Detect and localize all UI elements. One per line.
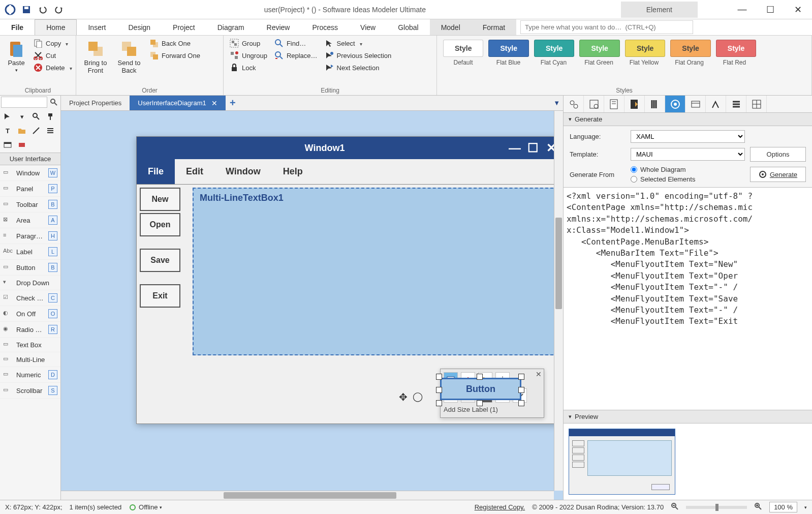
sel-handle[interactable] xyxy=(518,374,524,380)
toolbox-item-label[interactable]: AbcLabelL xyxy=(0,244,60,260)
rotate-handle-icon[interactable]: ◯ xyxy=(413,391,423,403)
menu-home[interactable]: Home xyxy=(35,19,77,35)
app-icon[interactable] xyxy=(3,3,17,17)
toolbox-item-numeric[interactable]: ▭NumericD xyxy=(0,367,60,383)
sel-handle[interactable] xyxy=(436,374,442,380)
toolbox-item-check-box[interactable]: ☑Check BoxC xyxy=(0,290,60,306)
sel-handle[interactable] xyxy=(436,387,442,393)
mock-menuitem-exit[interactable]: Exit xyxy=(140,284,180,308)
group-button[interactable]: Group xyxy=(228,38,269,49)
container-tool-icon[interactable] xyxy=(2,139,13,150)
mock-menu-help[interactable]: Help xyxy=(272,159,314,184)
contextual-tab-element[interactable]: Element xyxy=(621,2,698,18)
sel-handle[interactable] xyxy=(518,400,524,406)
rp-tab-9[interactable] xyxy=(726,96,746,112)
rp-tab-generate[interactable] xyxy=(665,96,685,112)
menu-diagram[interactable]: Diagram xyxy=(206,19,256,35)
style-swatch-flat-red[interactable]: Style xyxy=(716,40,756,57)
add-tab-button[interactable]: + xyxy=(226,96,240,110)
style-swatch-flat-cyan[interactable]: Style xyxy=(534,40,574,57)
sel-handle[interactable] xyxy=(477,400,483,406)
toolbox-item-drop-down[interactable]: ▾Drop Down xyxy=(0,276,60,290)
sel-handle[interactable] xyxy=(436,400,442,406)
options-button[interactable]: Options xyxy=(750,147,806,162)
toolbox-item-paragraph[interactable]: ≡ParagraphH xyxy=(0,228,60,244)
toolbox-item-area[interactable]: ⊠AreaA xyxy=(0,213,60,228)
rp-tab-5[interactable] xyxy=(645,96,665,112)
select-button[interactable]: Select xyxy=(323,38,394,49)
help-search-input[interactable] xyxy=(520,20,693,34)
mock-menu-file[interactable]: File xyxy=(137,159,175,184)
rp-tab-7[interactable] xyxy=(685,96,706,112)
rp-tab-1[interactable] xyxy=(564,96,584,112)
zoom-out-icon[interactable] xyxy=(671,502,679,512)
paste-button[interactable]: Paste ▾ xyxy=(4,38,28,75)
canvas[interactable]: Window1 — ☐ ✕ FileEditWindowHelp NewOpen… xyxy=(61,111,563,500)
toolbox-item-panel[interactable]: ▭PanelP xyxy=(0,181,60,197)
sel-handle[interactable] xyxy=(477,374,483,380)
save-icon[interactable] xyxy=(19,3,34,17)
style-swatch-flat-yellow[interactable]: Style xyxy=(625,40,665,57)
rp-tab-10[interactable] xyxy=(746,96,767,112)
generate-button[interactable]: Generate xyxy=(750,167,806,182)
toolbox-item-text-box[interactable]: ▭Text Box xyxy=(0,338,60,352)
tab-overflow-icon[interactable]: ▼ xyxy=(550,96,563,110)
toolbox-item-on-off[interactable]: ◐On OffO xyxy=(0,306,60,322)
language-select[interactable]: XAML xyxy=(631,130,745,143)
copy-button[interactable]: Copy xyxy=(32,38,74,49)
zoom-tool-icon[interactable] xyxy=(30,111,42,122)
toolbox-item-scrollbar[interactable]: ▭ScrollbarS xyxy=(0,383,60,399)
rp-tab-2[interactable] xyxy=(584,96,604,112)
menu-format[interactable]: Format xyxy=(472,19,516,35)
style-swatch-flat-blue[interactable]: Style xyxy=(488,40,528,57)
toolbox-item-window[interactable]: ▭WindowW xyxy=(0,165,60,181)
list-tool-icon[interactable] xyxy=(45,125,56,136)
rp-tab-4[interactable] xyxy=(624,96,645,112)
style-swatch-flat-orang[interactable]: Style xyxy=(670,40,710,57)
text-tool-icon[interactable]: T xyxy=(2,125,13,136)
toolbox-item-toolbar[interactable]: ▭ToolbarB xyxy=(0,197,60,213)
find-button[interactable]: Find… xyxy=(272,38,320,49)
mock-menuitem-new[interactable]: New xyxy=(140,188,180,211)
mock-menuitem-open[interactable]: Open xyxy=(140,213,180,236)
zoom-slider[interactable] xyxy=(686,506,747,509)
mock-menu-edit[interactable]: Edit xyxy=(175,159,214,184)
send-to-back-button[interactable]: Send to Back xyxy=(114,38,144,76)
toolbox-search-input[interactable] xyxy=(1,97,47,108)
previous-selection-button[interactable]: Previous Selection xyxy=(323,50,394,61)
cut-button[interactable]: Cut xyxy=(32,50,74,61)
back-one-button[interactable]: Back One xyxy=(147,38,202,49)
maximize-button[interactable]: ☐ xyxy=(756,1,784,19)
radio-selected-elements[interactable]: Selected Elements xyxy=(631,175,745,183)
tab-project-properties[interactable]: Project Properties xyxy=(61,96,130,110)
menu-project[interactable]: Project xyxy=(162,19,206,35)
sel-handle[interactable] xyxy=(518,387,524,393)
folder-tool-icon[interactable] xyxy=(16,125,27,136)
forward-one-button[interactable]: Forward One xyxy=(147,50,202,61)
style-swatch-flat-green[interactable]: Style xyxy=(579,40,619,57)
mock-multiline-textbox[interactable]: Multi-LineTextBox1 xyxy=(193,188,558,355)
dropdown-tool-icon[interactable]: ▾ xyxy=(16,111,27,122)
generate-section-header[interactable]: ▾ Generate xyxy=(564,113,812,126)
minimize-button[interactable]: — xyxy=(728,1,756,19)
mock-menuitem-save[interactable]: Save xyxy=(140,249,180,272)
cursor-tool-icon[interactable] xyxy=(2,111,13,122)
move-handle-icon[interactable]: ✥ xyxy=(399,391,408,403)
menu-global[interactable]: Global xyxy=(387,19,429,35)
mock-button-element[interactable]: Button xyxy=(440,378,521,400)
tab-ui-diagram[interactable]: UserInterfaceDiagram1✕ xyxy=(130,96,225,110)
toolbox-search-icon[interactable] xyxy=(48,97,59,108)
redo-icon[interactable] xyxy=(52,3,66,17)
delete-button[interactable]: Delete xyxy=(32,62,74,73)
menu-file[interactable]: File xyxy=(0,19,35,35)
toolbox-item-button[interactable]: ▭ButtonB xyxy=(0,260,60,276)
rp-tab-3[interactable] xyxy=(604,96,624,112)
menu-design[interactable]: Design xyxy=(117,19,162,35)
close-button[interactable]: ✕ xyxy=(784,1,812,19)
menu-process[interactable]: Process xyxy=(301,19,349,35)
close-tab-icon[interactable]: ✕ xyxy=(211,99,217,107)
zoom-value[interactable]: 100 % xyxy=(769,502,797,512)
bring-to-front-button[interactable]: Bring to Front xyxy=(80,38,111,76)
zoom-in-icon[interactable] xyxy=(754,502,762,512)
template-select[interactable]: MAUI xyxy=(631,148,745,161)
